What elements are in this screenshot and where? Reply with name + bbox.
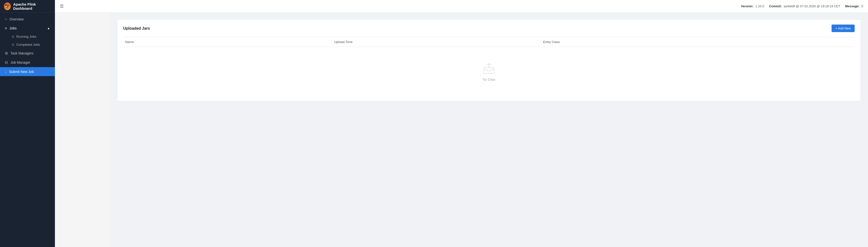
sidebar-navigation: ○ Overview ≡ Jobs ▲ ⊙ Running Jobs ⊙ Com… [0, 13, 55, 247]
app-logo: 🦅 [4, 2, 11, 10]
add-new-button[interactable]: + Add New [832, 25, 855, 32]
sidebar-item-label: Jobs [9, 26, 17, 30]
message-info: Message: 0 [845, 4, 863, 8]
commit-info: Commit: aa4eb8f @ 07.02.2020 @ 19:18:19 … [769, 4, 840, 8]
no-data-state: No Data [123, 47, 855, 96]
sidebar-sub-item-label: Completed Jobs [16, 43, 40, 47]
sidebar-item-submit-new-job[interactable]: ↓ Submit New Job [0, 67, 55, 76]
jobs-expand-arrow: ▲ [47, 27, 50, 30]
job-manager-icon: ⊟ [5, 60, 8, 65]
sidebar-item-task-managers[interactable]: ⊞ Task Managers [0, 49, 55, 58]
message-value: 0 [862, 4, 863, 8]
empty-inbox-icon [482, 62, 496, 75]
main-content: Uploaded Jars + Add New Name Upload Time… [110, 13, 868, 247]
topbar: ☰ Version: 1.10.0 Commit: aa4eb8f @ 07.0… [55, 0, 868, 13]
sidebar-item-jobs[interactable]: ≡ Jobs ▲ [0, 24, 55, 33]
sidebar-item-completed-jobs[interactable]: ⊙ Completed Jobs [0, 40, 55, 49]
uploaded-jars-card: Uploaded Jars + Add New Name Upload Time… [117, 20, 861, 101]
version-label: Version: [741, 4, 753, 8]
sidebar-item-label: Submit New Job [9, 70, 34, 74]
version-value: 1.10.0 [755, 4, 764, 8]
topbar-info: Version: 1.10.0 Commit: aa4eb8f @ 07.02.… [741, 4, 863, 8]
no-data-text: No Data [483, 78, 495, 82]
sidebar-item-overview[interactable]: ○ Overview [0, 14, 55, 24]
jobs-icon: ≡ [5, 26, 7, 30]
commit-value: aa4eb8f @ 07.02.2020 @ 19:18:19 CET [784, 4, 840, 8]
sidebar-item-job-manager[interactable]: ⊟ Job Manager [0, 58, 55, 67]
col-upload-time: Upload Time [332, 40, 541, 44]
submit-job-icon: ↓ [5, 69, 7, 74]
task-managers-icon: ⊞ [5, 51, 8, 55]
running-jobs-icon: ⊙ [12, 35, 14, 38]
sidebar: 🦅 Apache Flink Dashboard ○ Overview ≡ Jo… [0, 0, 55, 247]
menu-toggle-icon[interactable]: ☰ [60, 4, 64, 9]
col-entry-class: Entry Class [541, 40, 750, 44]
table-header: Name Upload Time Entry Class [123, 37, 855, 47]
sidebar-item-running-jobs[interactable]: ⊙ Running Jobs [0, 33, 55, 40]
page-title: Uploaded Jars [123, 26, 150, 31]
jars-table: Name Upload Time Entry Class No Data [123, 37, 855, 96]
sidebar-item-label: Job Manager [10, 61, 30, 64]
sidebar-item-label: Overview [9, 17, 24, 21]
commit-label: Commit: [769, 4, 782, 8]
sidebar-sub-item-label: Running Jobs [16, 35, 36, 38]
col-actions [750, 40, 855, 44]
col-name: Name [123, 40, 332, 44]
version-info: Version: 1.10.0 [741, 4, 764, 8]
message-label: Message: [845, 4, 860, 8]
sidebar-item-label: Task Managers [10, 51, 34, 55]
completed-jobs-icon: ⊙ [12, 43, 14, 47]
card-header: Uploaded Jars + Add New [123, 25, 855, 32]
overview-icon: ○ [5, 17, 7, 21]
app-title: Apache Flink Dashboard [13, 2, 51, 10]
sidebar-header: 🦅 Apache Flink Dashboard [0, 0, 55, 13]
